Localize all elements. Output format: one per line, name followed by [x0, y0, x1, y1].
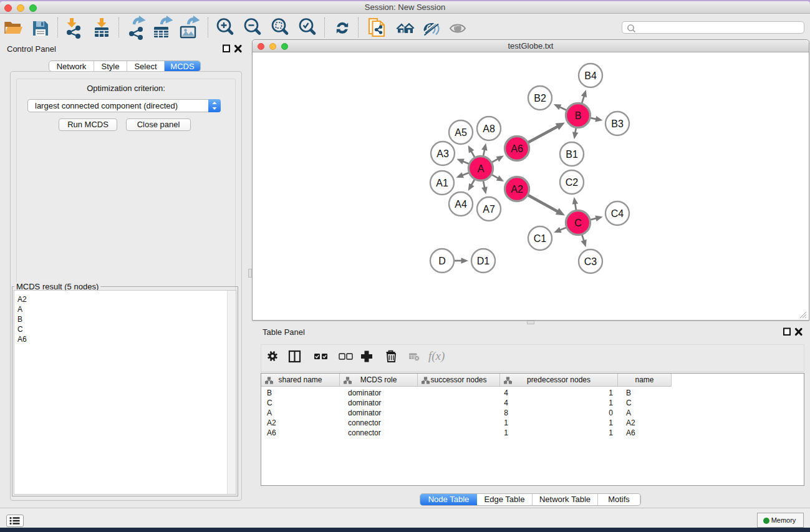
svg-text:B: B [575, 110, 582, 121]
svg-text:A3: A3 [436, 148, 449, 159]
svg-text:B3: B3 [611, 118, 624, 129]
svg-text:A8: A8 [483, 123, 495, 134]
svg-text:C2: C2 [566, 177, 579, 188]
svg-text:C: C [574, 218, 582, 228]
svg-text:f(x): f(x) [428, 349, 445, 363]
svg-text:C1: C1 [534, 233, 547, 244]
svg-text:B1: B1 [566, 149, 578, 160]
svg-text:A5: A5 [455, 127, 467, 138]
svg-text:A7: A7 [483, 204, 495, 215]
svg-text:A6: A6 [511, 143, 523, 154]
svg-text:B2: B2 [534, 93, 546, 104]
svg-text:B4: B4 [584, 70, 597, 81]
svg-text:A4: A4 [455, 199, 467, 210]
svg-text:A1: A1 [436, 178, 448, 188]
svg-text:C3: C3 [584, 256, 597, 267]
svg-text:C4: C4 [611, 208, 624, 219]
svg-text:D1: D1 [477, 256, 490, 266]
svg-text:A: A [478, 163, 485, 174]
svg-text:A2: A2 [511, 184, 523, 195]
svg-text:D: D [438, 256, 446, 266]
